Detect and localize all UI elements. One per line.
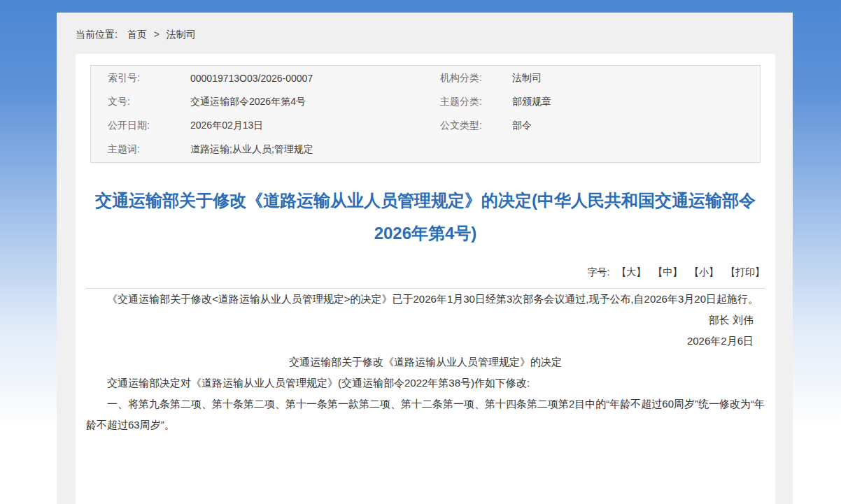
- document-meta-table: 索引号: 000019713O03/2026-00007 机构分类: 法制司 文…: [90, 65, 761, 163]
- meta-value-index-number: 000019713O03/2026-00007: [190, 73, 440, 84]
- meta-row-index-org: 索引号: 000019713O03/2026-00007 机构分类: 法制司: [108, 66, 760, 90]
- meta-label-topic-category: 主题分类:: [440, 96, 512, 108]
- content-panel: 当前位置: 首页 > 法制司 索引号: 000019713O03/2026-00…: [57, 13, 793, 504]
- breadcrumb-label: 当前位置:: [76, 29, 118, 40]
- meta-row-keywords: 主题词: 道路运输;从业人员;管理规定: [108, 138, 760, 161]
- meta-label-doc-number: 文号:: [108, 96, 190, 108]
- article-paragraph-announcement: 《交通运输部关于修改<道路运输从业人员管理规定>的决定》已于2026年1月30日…: [86, 289, 765, 310]
- breadcrumb-home-link[interactable]: 首页: [127, 29, 147, 40]
- breadcrumb-current-link[interactable]: 法制司: [167, 29, 196, 40]
- font-size-toolbar: 字号: 【大】 【中】 【小】 【打印】: [86, 265, 765, 289]
- meta-row-docnum-topic: 文号: 交通运输部令2026年第4号 主题分类: 部颁规章: [108, 90, 760, 114]
- page-title: 交通运输部关于修改《道路运输从业人员管理规定》的决定(中华人民共和国交通运输部令…: [89, 184, 762, 250]
- meta-label-index-number: 索引号:: [108, 72, 190, 85]
- article-signature-date: 2026年2月6日: [86, 331, 765, 352]
- meta-value-doc-type: 部令: [512, 120, 760, 132]
- article-signature: 部长 刘伟: [86, 310, 765, 331]
- breadcrumb: 当前位置: 首页 > 法制司: [57, 13, 793, 41]
- font-size-medium-button[interactable]: 【中】: [653, 266, 682, 278]
- meta-label-doc-type: 公文类型:: [440, 120, 512, 132]
- meta-value-org-category: 法制司: [512, 72, 760, 85]
- meta-value-doc-number: 交通运输部令2026年第4号: [190, 96, 440, 108]
- article-subtitle: 交通运输部关于修改《道路运输从业人员管理规定》的决定: [86, 352, 765, 373]
- meta-row-date-doctype: 公开日期: 2026年02月13日 公文类型: 部令: [108, 114, 760, 138]
- font-size-small-button[interactable]: 【小】: [689, 266, 719, 278]
- font-size-large-button[interactable]: 【大】: [616, 266, 646, 278]
- meta-label-org-category: 机构分类:: [440, 72, 512, 85]
- meta-value-publish-date: 2026年02月13日: [190, 120, 440, 132]
- meta-value-topic-category: 部颁规章: [512, 96, 760, 108]
- document-container: 索引号: 000019713O03/2026-00007 机构分类: 法制司 文…: [76, 54, 775, 504]
- breadcrumb-separator: >: [154, 29, 160, 40]
- article-body: 《交通运输部关于修改<道路运输从业人员管理规定>的决定》已于2026年1月30日…: [86, 289, 765, 435]
- article-paragraph-amendment: 一、将第九条第二项、第十条第二项、第十一条第一款第二项、第十二条第一项、第十四条…: [86, 394, 765, 435]
- font-size-label: 字号:: [588, 266, 610, 278]
- meta-label-publish-date: 公开日期:: [108, 120, 190, 132]
- print-button[interactable]: 【打印】: [726, 266, 765, 278]
- article-paragraph-decision: 交通运输部决定对《道路运输从业人员管理规定》(交通运输部令2022年第38号)作…: [86, 373, 765, 394]
- meta-value-keywords: 道路运输;从业人员;管理规定: [190, 143, 440, 156]
- meta-label-keywords: 主题词:: [108, 143, 190, 156]
